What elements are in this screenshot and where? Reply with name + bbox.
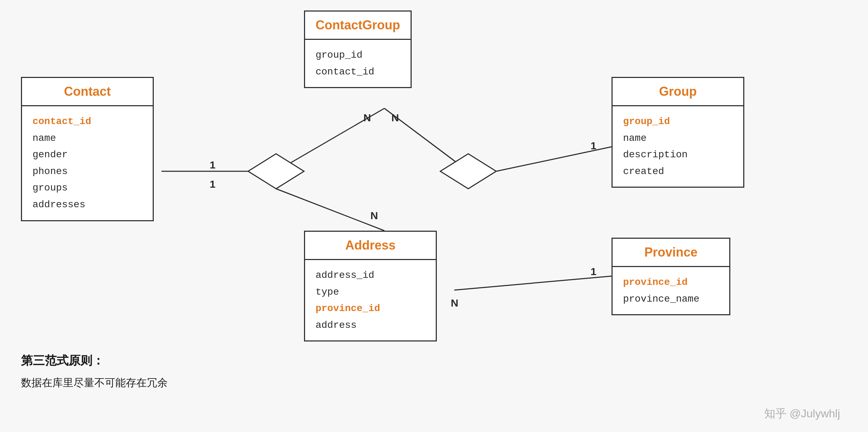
card-province-1: 1	[591, 266, 596, 278]
entity-group: Group group_id name description created	[612, 77, 744, 188]
field-contact-addresses: addresses	[32, 196, 142, 213]
svg-marker-1	[248, 154, 304, 189]
field-contact-id: contact_id	[32, 113, 142, 130]
svg-line-6	[276, 189, 384, 231]
card-address-n: N	[370, 210, 378, 222]
watermark: 知乎 @Julywhlj	[764, 406, 840, 422]
note-title: 第三范式原则：	[21, 353, 168, 369]
entity-address: Address address_id type province_id addr…	[304, 231, 437, 341]
note-text: 数据在库里尽量不可能存在冗余	[21, 376, 168, 390]
entity-contactgroup-header: ContactGroup	[305, 12, 411, 40]
field-group-id: group_id	[623, 113, 733, 130]
entity-contact-header: Contact	[22, 78, 153, 106]
field-cg-contactid: contact_id	[316, 64, 400, 80]
field-address-type: type	[316, 284, 425, 301]
card-addr-n: N	[451, 297, 458, 309]
entity-contact-body: contact_id name gender phones groups add…	[22, 106, 153, 220]
field-contact-groups: groups	[32, 180, 142, 196]
field-contact-gender: gender	[32, 146, 142, 163]
entity-province-body: province_id province_name	[613, 267, 729, 314]
card-cg-contact-1a: 1	[210, 159, 216, 171]
field-contact-name: name	[32, 130, 142, 147]
entity-contactgroup: ContactGroup group_id contact_id	[304, 10, 412, 88]
entity-province: Province province_id province_name	[612, 238, 730, 315]
field-province-name: province_name	[623, 291, 719, 308]
entity-address-header: Address	[305, 232, 436, 260]
field-province-id: province_id	[623, 274, 719, 291]
entity-group-header: Group	[613, 78, 743, 106]
entity-contact: Contact contact_id name gender phones gr…	[21, 77, 154, 221]
card-cg-contact-1b: 1	[210, 178, 216, 190]
field-address-id: address_id	[316, 267, 425, 284]
field-address-address: address	[316, 317, 425, 334]
svg-marker-4	[440, 154, 496, 189]
field-group-description: description	[623, 146, 733, 163]
entity-group-body: group_id name description created	[613, 106, 743, 187]
svg-line-7	[454, 276, 612, 290]
field-group-created: created	[623, 163, 733, 180]
entity-contactgroup-body: group_id contact_id	[305, 40, 411, 87]
card-cg-n-right: N	[391, 112, 399, 124]
card-group-1: 1	[591, 140, 596, 152]
card-cg-n-left: N	[363, 112, 371, 124]
field-address-provinceid: province_id	[316, 300, 425, 317]
field-cg-groupid: group_id	[316, 47, 400, 64]
entity-province-header: Province	[613, 239, 729, 267]
field-group-name: name	[623, 130, 733, 147]
entity-address-body: address_id type province_id address	[305, 260, 436, 340]
field-contact-phones: phones	[32, 163, 142, 180]
canvas: 1 1 N N 1 N N 1 ContactGroup group_id co…	[0, 0, 868, 432]
note-section: 第三范式原则： 数据在库里尽量不可能存在冗余	[21, 353, 168, 390]
